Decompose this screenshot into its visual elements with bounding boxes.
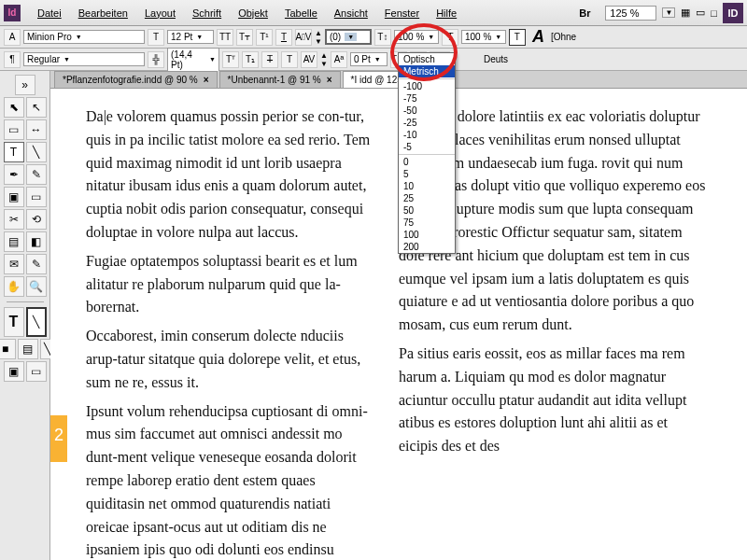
kern-opt[interactable]: 25: [399, 192, 455, 204]
doc-tab-1[interactable]: *Pflanzenfotografie.indd @ 90 %×: [54, 71, 218, 88]
normal-view-icon[interactable]: ▣: [4, 361, 24, 382]
line-tool-icon[interactable]: ╲: [26, 142, 47, 162]
view-mode-icon[interactable]: ▦: [681, 7, 690, 19]
menu-help[interactable]: Hilfe: [429, 4, 464, 22]
baseline-field[interactable]: 0 Pt▼: [350, 52, 388, 66]
scissors-tool-icon[interactable]: ✂: [4, 209, 24, 230]
eyedropper-tool-icon[interactable]: ✎: [26, 254, 47, 274]
body-text[interactable]: Da|e volorem quamus possin perior se con…: [86, 105, 371, 245]
bridge-button[interactable]: Br: [579, 7, 599, 19]
kerning-field[interactable]: (0)▼: [325, 29, 372, 45]
track-icon: AV: [301, 51, 317, 68]
screen-mode-icon[interactable]: ▭: [696, 7, 705, 19]
transform-tool-icon[interactable]: ⟲: [26, 209, 47, 230]
baseline-icon[interactable]: Aª: [331, 51, 347, 68]
kern-opt[interactable]: -50: [399, 105, 455, 117]
char-style-label: [Ohne: [551, 32, 576, 42]
tools-panel: » ⬉ ↖ ▭ ↔ T ╲ ✒ ✎ ▣ ▭ ✂ ⟲ ▤ ◧ ✉: [0, 71, 50, 560]
character-toolbar-2: ¶ Regular▼ ╬ (14,4 Pt)▼ Tᵀ T₁ T T AV ▲▼ …: [0, 49, 747, 71]
apply-gradient-icon[interactable]: ▤: [18, 339, 38, 359]
kern-opt[interactable]: -100: [399, 80, 455, 92]
pen-tool-icon[interactable]: ✒: [4, 164, 24, 185]
menu-object[interactable]: Objekt: [231, 4, 275, 22]
skew-icon[interactable]: T: [442, 29, 458, 46]
apply-color-icon[interactable]: ■: [0, 339, 16, 359]
strike-icon[interactable]: T: [261, 51, 278, 68]
arrange-icon[interactable]: □: [711, 7, 717, 19]
gradient-tool-icon[interactable]: ▤: [4, 231, 24, 252]
direct-selection-tool-icon[interactable]: ↖: [26, 97, 47, 118]
zoom-tool-icon[interactable]: 🔍: [26, 276, 47, 297]
superscript-icon[interactable]: T¹: [256, 29, 273, 46]
menu-layout[interactable]: Layout: [137, 4, 183, 22]
char-format-icon[interactable]: A: [4, 29, 21, 46]
rect-tool-icon[interactable]: ▭: [26, 187, 47, 207]
lang-label: Deuts: [484, 54, 508, 64]
body-text[interactable]: Ipsunt volum rehenducipsa cuptiosant di …: [86, 400, 371, 560]
tools-flyout[interactable]: »: [15, 75, 35, 95]
kern-icon: AͮV: [295, 29, 312, 46]
doc-tab-2[interactable]: *Unbenannt-1 @ 91 %×: [219, 71, 341, 88]
size-stepper-icon[interactable]: T: [148, 29, 164, 46]
menu-type[interactable]: Schrift: [185, 4, 229, 22]
font-style-field[interactable]: Regular▼: [23, 52, 145, 66]
vscale-stepper-icon[interactable]: T↕: [374, 29, 391, 46]
leading-field[interactable]: (14,4 Pt)▼: [167, 48, 219, 72]
hand-tool-icon[interactable]: ✋: [4, 276, 24, 297]
vscale-field[interactable]: 100 %▼: [394, 30, 439, 44]
body-text[interactable]: Occaborest, imin conserum dolecte nducii…: [86, 325, 371, 394]
swap-fill-icon[interactable]: ╲: [26, 307, 47, 337]
kerning-dropdown[interactable]: Optisch Metrisch -100 -75 -50 -25 -10 -5…: [398, 52, 456, 254]
pencil-tool-icon[interactable]: ✎: [26, 164, 47, 185]
allcaps-icon[interactable]: TT: [217, 29, 233, 46]
kern-opt[interactable]: 5: [399, 168, 455, 180]
char-style-icon[interactable]: A: [532, 27, 544, 47]
font-family-field[interactable]: Minion Pro▼: [23, 30, 145, 44]
sub2-icon[interactable]: T₁: [242, 51, 259, 68]
font-size-field[interactable]: 12 Pt▼: [167, 30, 214, 44]
menu-edit[interactable]: Bearbeiten: [71, 4, 135, 22]
page-tool-icon[interactable]: ▭: [4, 119, 24, 140]
page-number-badge: 2: [50, 415, 67, 462]
smallcaps-icon[interactable]: Tᴛ: [236, 29, 253, 46]
hscale2-field[interactable]: 100 %▼: [461, 30, 506, 44]
menu-view[interactable]: Ansicht: [327, 4, 375, 22]
kern-opt[interactable]: -25: [399, 117, 455, 129]
kern-opt[interactable]: -75: [399, 92, 455, 105]
fill-stroke-icon[interactable]: T: [4, 307, 24, 337]
kern-opt[interactable]: -10: [399, 129, 455, 141]
menu-file[interactable]: Datei: [30, 4, 69, 22]
fill-color-icon[interactable]: T: [509, 29, 526, 46]
gap-tool-icon[interactable]: ↔: [26, 119, 47, 140]
para-format-icon[interactable]: ¶: [4, 51, 21, 68]
kern-opt[interactable]: 100: [399, 229, 455, 241]
menu-table[interactable]: Tabelle: [277, 4, 325, 22]
note-tool-icon[interactable]: ✉: [4, 254, 24, 274]
close-icon[interactable]: ×: [204, 75, 209, 85]
close-icon[interactable]: ×: [327, 75, 332, 85]
zoom-field[interactable]: 125 %: [605, 6, 656, 21]
kern-opt-optisch[interactable]: Optisch: [399, 53, 455, 65]
kern-opt-metrisch[interactable]: Metrisch: [399, 65, 455, 77]
rect-frame-tool-icon[interactable]: ▣: [4, 187, 24, 207]
subscript-icon[interactable]: Tᵀ: [222, 51, 239, 68]
preview-view-icon[interactable]: ▭: [26, 361, 47, 382]
kern-opt[interactable]: 50: [399, 204, 455, 217]
menubar: Id Datei Bearbeiten Layout Schrift Objek…: [0, 0, 747, 26]
body-text[interactable]: Fugiae optatempos soluptassi bearit es e…: [86, 250, 371, 319]
underline-icon[interactable]: T: [275, 29, 292, 46]
leading-stepper-icon[interactable]: ╬: [148, 51, 164, 68]
menu-window[interactable]: Fenster: [377, 4, 427, 22]
kern-opt[interactable]: -5: [399, 141, 455, 153]
selection-tool-icon[interactable]: ⬉: [4, 97, 24, 118]
body-text[interactable]: Pa sitius earis eossit, eos as millar fa…: [399, 343, 710, 458]
kern-opt[interactable]: 200: [399, 241, 455, 253]
type-tool-icon[interactable]: T: [4, 142, 24, 162]
text-column-1[interactable]: Da|e volorem quamus possin perior se con…: [50, 89, 389, 560]
kern-opt[interactable]: 75: [399, 217, 455, 229]
kern-opt[interactable]: 10: [399, 180, 455, 192]
kern-opt[interactable]: 0: [399, 156, 455, 168]
zoom-dropdown[interactable]: ▼: [662, 7, 675, 18]
ligature-icon[interactable]: T: [281, 51, 298, 68]
gradient-feather-icon[interactable]: ◧: [26, 231, 47, 252]
